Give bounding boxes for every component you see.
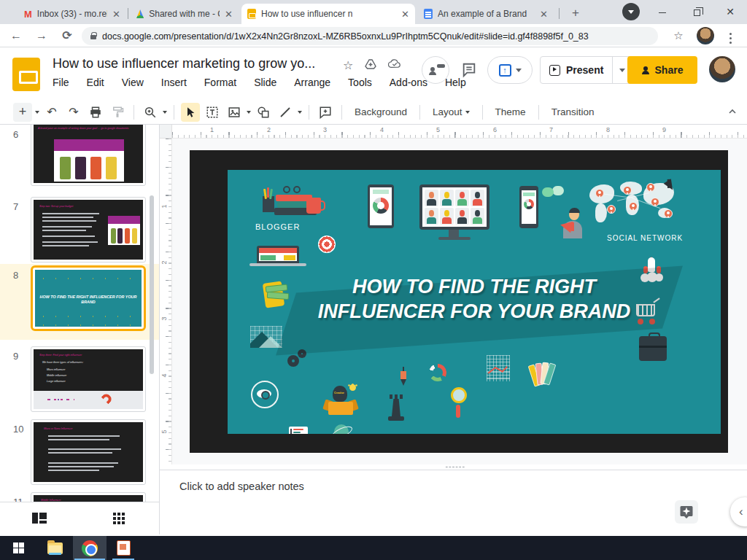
cloud-saved-icon[interactable] (388, 58, 401, 69)
grid-view-icon[interactable] (113, 513, 116, 516)
chrome-taskbar-button[interactable] (73, 536, 107, 560)
slide-thumbnail-row-8-selected[interactable]: 8 HOW TO FIND THE RIGHT INFLUENCER FOR Y… (0, 264, 160, 340)
slides-icon (247, 9, 256, 19)
current-slide[interactable]: HOW TO FIND THE RIGHT INFLUENCER FOR YOU… (190, 150, 728, 453)
menu-view[interactable]: View (122, 77, 144, 88)
print-button[interactable] (86, 103, 105, 122)
slide-thumbnail-row-10[interactable]: 10 Micro or Nano Influencer (0, 418, 160, 491)
window-minimize-button[interactable] (646, 0, 679, 24)
browser-profile-chevron-icon[interactable] (622, 3, 640, 20)
menu-format[interactable]: Format (204, 77, 236, 88)
theme-button[interactable]: Theme (489, 106, 532, 117)
window-restore-button[interactable] (680, 0, 713, 24)
menu-file[interactable]: File (53, 77, 69, 88)
bookmark-star-icon[interactable]: ☆ (670, 27, 687, 44)
insert-line-button[interactable] (276, 103, 295, 122)
slides-app-logo[interactable] (12, 58, 40, 91)
comment-history-button[interactable] (455, 56, 483, 84)
slide-title[interactable]: HOW TO FIND THE RIGHT INFLUENCER FOR YOU… (228, 274, 721, 324)
browser-tab-slides-active[interactable]: How to use influencer n ✕ (241, 4, 415, 24)
notes-resize-handle[interactable] (445, 466, 465, 468)
present-to-meeting-button[interactable]: ↑ (487, 56, 533, 84)
browser-tab-docs[interactable]: An example of a Brand ✕ (418, 4, 554, 24)
insert-comment-button[interactable] (316, 103, 335, 122)
insert-image-button[interactable] (225, 103, 244, 122)
slide-7-thumbnail[interactable]: Step two: Set up your budget (31, 197, 146, 262)
window-close-button[interactable]: ✕ (713, 0, 747, 24)
tab-close-icon[interactable]: ✕ (540, 9, 548, 20)
background-button[interactable]: Background (349, 106, 413, 117)
speaker-notes-panel[interactable]: Click to add speaker notes (160, 470, 747, 534)
browser-tab-drive[interactable]: Shared with me - Goog ✕ (131, 4, 239, 24)
new-slide-caret-icon[interactable] (35, 111, 39, 116)
start-button[interactable] (6, 536, 31, 560)
layout-button[interactable]: Layout (427, 106, 476, 117)
forward-button[interactable]: → (33, 27, 50, 44)
lock-icon (90, 35, 96, 39)
megaphone-man-icon (554, 206, 584, 238)
collapse-toolbar-button[interactable] (727, 106, 738, 117)
zoom-caret-icon[interactable] (163, 111, 167, 116)
filmstrip-view-icon[interactable] (32, 513, 47, 524)
refresh-button[interactable]: ⟳ (58, 27, 76, 44)
browser-menu-icon[interactable] (729, 37, 732, 39)
slide-thumbnail-row-7[interactable]: 7 Step two: Set up your budget (0, 195, 160, 268)
file-explorer-button[interactable] (41, 536, 69, 560)
slide-6-thumbnail[interactable]: A brand juice an example of writing down… (31, 125, 146, 186)
select-tool-button[interactable] (181, 103, 200, 122)
horizontal-ruler[interactable]: 1 2 3 4 5 6 7 8 9 (172, 125, 747, 139)
slide-11-thumbnail[interactable]: Middle Influencer (31, 492, 146, 502)
thumb-title: HOW TO FIND THE RIGHT INFLUENCER FOR YOU… (35, 295, 142, 305)
menu-addons[interactable]: Add-ons (390, 77, 427, 88)
slide-thumbnail-row-9[interactable]: 9 Step three: Find your right influencer… (0, 345, 160, 418)
slide-9-thumbnail[interactable]: Step three: Find your right influencer W… (31, 346, 146, 412)
fountain-pen-icon (399, 367, 408, 387)
zoom-button[interactable] (141, 103, 160, 122)
filmstrip-scrollbar[interactable] (150, 195, 154, 374)
slide-10-thumbnail[interactable]: Micro or Nano Influencer (31, 419, 146, 485)
menu-insert[interactable]: Insert (161, 77, 187, 88)
star-document-icon[interactable]: ☆ (343, 58, 353, 72)
paint-format-button[interactable] (108, 103, 127, 122)
image-caret-icon[interactable] (247, 111, 251, 116)
document-title[interactable]: How to use influencer marketing to grow … (53, 56, 315, 71)
undo-button[interactable]: ↶ (42, 103, 61, 122)
menu-slide[interactable]: Slide (254, 77, 276, 88)
url-field[interactable]: docs.google.com/presentation/d/1wX2x4Nn2… (82, 27, 658, 45)
speaker-notes-placeholder[interactable]: Click to add speaker notes (179, 481, 304, 492)
explore-button[interactable] (675, 500, 698, 524)
drive-icon (136, 9, 144, 18)
impress-taskbar-button[interactable] (109, 536, 137, 560)
slide-8-thumbnail[interactable]: HOW TO FIND THE RIGHT INFLUENCER FOR YOU… (31, 265, 146, 331)
browser-avatar[interactable] (697, 27, 714, 44)
menu-edit[interactable]: Edit (87, 77, 104, 88)
present-button[interactable]: Present (541, 64, 612, 76)
redo-button[interactable]: ↷ (64, 103, 83, 122)
menu-tools[interactable]: Tools (348, 77, 372, 88)
layout-caret-icon (465, 111, 470, 116)
tab-close-icon[interactable]: ✕ (112, 9, 120, 20)
browser-tab-gmail[interactable]: M Inbox (33) - mo.rebaie1 ✕ (18, 4, 126, 24)
new-tab-button[interactable]: + (566, 4, 585, 23)
vertical-ruler[interactable]: 1 2 3 4 5 (160, 139, 172, 464)
slide-thumbnail-row-6[interactable]: 6 A brand juice an example of writing do… (0, 125, 160, 192)
menu-arrange[interactable]: Arrange (294, 77, 330, 88)
share-button[interactable]: Share (627, 56, 697, 84)
toolbar-separator (309, 105, 309, 120)
line-caret-icon[interactable] (298, 111, 302, 116)
new-slide-button[interactable]: + (13, 103, 32, 122)
back-button[interactable]: ← (7, 27, 25, 44)
meet-presence-button[interactable] (422, 56, 449, 84)
transition-button[interactable]: Transition (546, 106, 600, 117)
account-avatar[interactable] (709, 56, 735, 82)
slide-thumbnail-row-11[interactable]: 11 Middle Influencer (0, 491, 160, 502)
insert-shape-button[interactable] (254, 103, 273, 122)
magnifier-icon (450, 387, 466, 419)
monitor-team-icon (419, 184, 489, 230)
speech-dots-icon (437, 64, 445, 68)
tab-close-icon[interactable]: ✕ (401, 9, 409, 20)
map-pin-icon (646, 183, 655, 192)
text-box-button[interactable] (203, 103, 222, 122)
tab-close-icon[interactable]: ✕ (225, 9, 233, 20)
move-to-drive-icon[interactable] (365, 58, 376, 70)
